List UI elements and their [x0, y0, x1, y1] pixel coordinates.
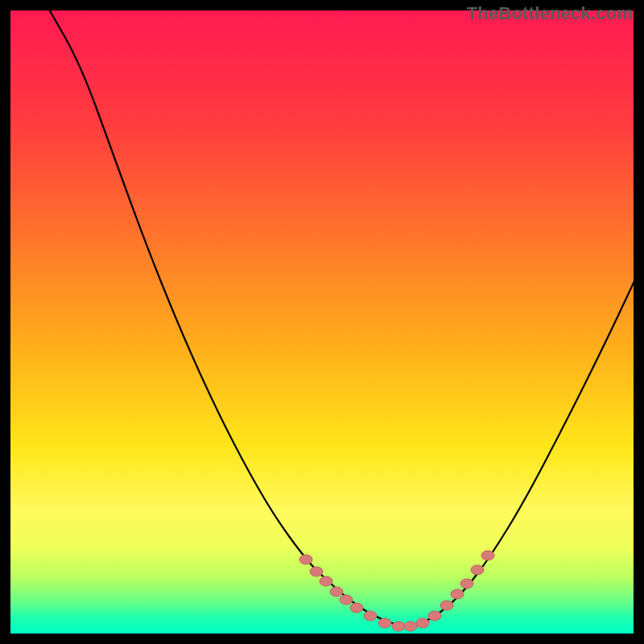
marker-point [440, 601, 453, 610]
marker-point [451, 589, 464, 599]
marker-point [481, 551, 494, 560]
marker-point [416, 618, 429, 628]
marker-point [404, 621, 417, 631]
watermark-label: TheBottleneck.com [467, 3, 633, 24]
marker-point [460, 579, 473, 588]
marker-point [330, 587, 343, 597]
chart-svg [8, 8, 636, 636]
marker-point [340, 595, 353, 605]
marker-point [320, 576, 332, 586]
marker-point [299, 555, 312, 564]
marker-group [299, 551, 494, 631]
marker-point [428, 611, 441, 621]
marker-point [310, 567, 323, 576]
bottleneck-curve [48, 8, 636, 626]
marker-point [364, 611, 377, 621]
marker-point [378, 618, 391, 628]
marker-point [350, 603, 363, 613]
marker-point [471, 565, 484, 575]
marker-point [392, 621, 405, 631]
